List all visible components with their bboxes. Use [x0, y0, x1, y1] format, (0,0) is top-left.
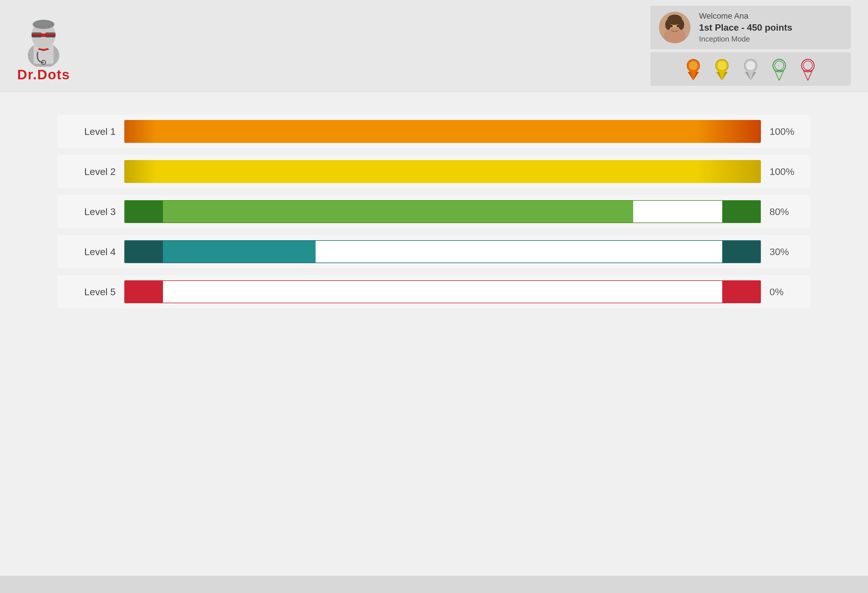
level-4-percent: 30% — [769, 246, 804, 257]
yellow-badge-icon — [710, 56, 734, 82]
logo-text: Dr.Dots — [17, 67, 70, 83]
level-1-label: Level 1 — [64, 126, 116, 137]
svg-rect-8 — [45, 34, 56, 35]
level-5-percent: 0% — [769, 286, 804, 298]
level-4-bar — [124, 240, 761, 263]
user-info: Welcome Ana 1st Place - 450 points Incep… — [699, 12, 792, 44]
level-3-label: Level 3 — [64, 206, 116, 217]
level-5-row: Level 5 0% — [57, 275, 811, 308]
level-5-label: Level 5 — [64, 286, 116, 298]
footer — [0, 576, 868, 593]
svg-point-33 — [746, 61, 755, 70]
svg-point-10 — [32, 20, 55, 29]
level-2-label: Level 2 — [64, 166, 116, 177]
svg-point-18 — [677, 25, 679, 27]
avatar — [659, 12, 691, 43]
svg-point-23 — [689, 61, 698, 70]
level-1-bar — [124, 120, 761, 143]
level-1-percent: 100% — [769, 126, 804, 137]
red-badge-icon — [796, 56, 819, 82]
svg-point-38 — [775, 61, 784, 70]
svg-point-17 — [670, 25, 673, 27]
level-2-bar — [124, 160, 761, 183]
level-3-row: Level 3 80% — [57, 195, 811, 228]
level-5-bar — [124, 280, 761, 303]
svg-rect-7 — [31, 34, 42, 35]
user-mode: Inception Mode — [699, 35, 792, 44]
level-1-row: Level 1 100% — [57, 115, 811, 148]
level-4-row: Level 4 30% — [57, 235, 811, 268]
user-welcome: Welcome Ana — [699, 12, 792, 21]
header: Dr.Dots — [0, 0, 868, 92]
level-2-row: Level 2 100% — [57, 155, 811, 188]
svg-point-43 — [803, 61, 812, 70]
level-2-percent: 100% — [769, 166, 804, 177]
svg-point-16 — [678, 19, 684, 30]
svg-point-28 — [717, 61, 726, 70]
user-rank: 1st Place - 450 points — [699, 22, 792, 33]
right-panel: Welcome Ana 1st Place - 450 points Incep… — [650, 6, 851, 86]
badges-row — [650, 52, 851, 86]
level-3-bar — [124, 200, 761, 223]
level-4-label: Level 4 — [64, 246, 116, 257]
silver-badge-icon — [739, 56, 762, 82]
svg-point-15 — [665, 19, 671, 30]
main-content: Level 1 100% Level 2 100% Level 3 — [0, 92, 868, 576]
level-3-percent: 80% — [769, 206, 804, 217]
logo-area: Dr.Dots — [17, 9, 70, 83]
user-card: Welcome Ana 1st Place - 450 points Incep… — [650, 6, 851, 49]
green-badge-icon — [768, 56, 791, 82]
gold-badge-icon — [682, 56, 705, 82]
doctor-icon — [21, 9, 66, 67]
